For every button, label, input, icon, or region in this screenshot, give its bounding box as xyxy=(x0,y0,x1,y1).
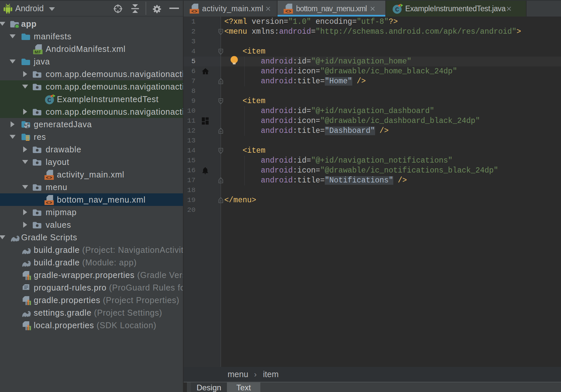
svg-text:<>: <> xyxy=(285,9,291,14)
svg-text:C: C xyxy=(47,97,52,104)
svg-text:<>: <> xyxy=(46,200,53,206)
svg-text:C: C xyxy=(395,6,399,14)
svg-text:<>: <> xyxy=(46,175,53,180)
svg-text:<>: <> xyxy=(191,9,197,14)
svg-text:MF: MF xyxy=(34,50,41,55)
